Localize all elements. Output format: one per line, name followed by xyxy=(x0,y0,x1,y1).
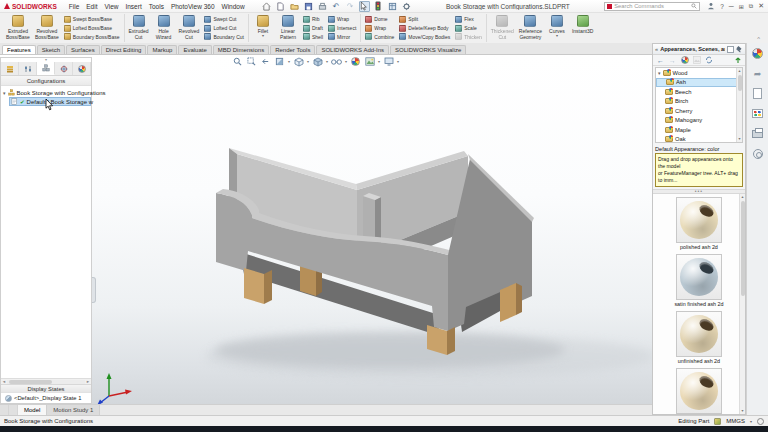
view-settings-icon[interactable] xyxy=(383,56,394,67)
curves-button[interactable]: Curves ▾ xyxy=(545,14,569,42)
search-icon[interactable] xyxy=(691,3,697,9)
tree-item-beech[interactable]: Beech xyxy=(656,87,742,97)
collapse-pane-icon[interactable]: « xyxy=(655,46,658,52)
section-view-icon[interactable] xyxy=(274,56,285,67)
tree-item-ash[interactable]: Ash xyxy=(656,78,742,88)
scrollbar-thumb[interactable] xyxy=(9,380,52,384)
tab-model[interactable]: Model xyxy=(18,405,47,415)
menu-window[interactable]: Window xyxy=(219,2,248,11)
edit-appearance-icon[interactable] xyxy=(350,56,361,67)
scale-button[interactable]: Scale xyxy=(454,24,483,33)
rebuild-traffic-light-icon[interactable] xyxy=(373,1,384,12)
dropdown-caret[interactable]: ▾ xyxy=(397,59,399,64)
move-up-icon[interactable] xyxy=(734,56,742,64)
intersect-button[interactable]: Intersect xyxy=(327,24,357,33)
pin-icon[interactable] xyxy=(736,46,743,53)
home-icon[interactable] xyxy=(261,1,272,12)
select-cursor-icon[interactable] xyxy=(359,1,370,12)
revolved-cut-button[interactable]: Revolved Cut xyxy=(177,14,202,42)
file-explorer-icon[interactable] xyxy=(751,87,764,100)
tab-direct-editing[interactable]: Direct Editing xyxy=(101,45,147,54)
split-button[interactable]: Split xyxy=(398,15,451,24)
extruded-cut-button[interactable]: Extruded Cut xyxy=(127,14,151,42)
tab-solidworks-visualize[interactable]: SOLIDWORKS Visualize xyxy=(390,45,466,54)
reference-geometry-button[interactable]: Reference Geometry xyxy=(517,14,544,42)
tree-item-mahogany[interactable]: Mahogany xyxy=(656,116,742,126)
apply-scene-icon[interactable] xyxy=(364,56,375,67)
tab-motion-study[interactable]: Motion Study 1 xyxy=(47,405,100,415)
display-settings-icon[interactable] xyxy=(387,1,398,12)
tab-scroll-nub[interactable] xyxy=(9,405,18,415)
custom-properties-icon[interactable] xyxy=(751,147,764,160)
extruded-boss-base-button[interactable]: Extruded Boss/Base xyxy=(4,14,32,42)
tab-evaluate[interactable]: Evaluate xyxy=(178,45,211,54)
menu-edit[interactable]: Edit xyxy=(83,2,100,11)
dome-button[interactable]: Dome xyxy=(364,15,395,24)
close-icon[interactable]: ✕ xyxy=(758,2,764,10)
scroll-down-icon[interactable]: ▼ xyxy=(737,136,742,142)
save-icon[interactable] xyxy=(303,1,314,12)
panel-splitter-handle[interactable] xyxy=(92,277,96,303)
print-icon[interactable] xyxy=(317,1,328,12)
expander-icon[interactable]: ▾ xyxy=(3,90,6,96)
dropdown-caret[interactable]: ▾ xyxy=(288,59,290,64)
panel-horizontal-scrollbar[interactable]: ◄ ► xyxy=(1,378,91,384)
display-state-item[interactable]: <Default>_Display State 1 xyxy=(1,393,91,403)
thumbnail-polished-ash-endgrain[interactable]: polished ash endgrain xyxy=(662,368,736,415)
tab-sketch[interactable]: Sketch xyxy=(37,45,65,54)
appearances-home-icon[interactable] xyxy=(680,56,689,65)
appearances-tab-icon[interactable] xyxy=(751,47,764,60)
undo-icon[interactable]: ↶ xyxy=(331,1,342,12)
display-manager-tab[interactable] xyxy=(73,62,91,75)
print3d-icon[interactable] xyxy=(751,127,764,140)
dropdown-caret[interactable]: ▾ xyxy=(378,59,380,64)
tree-scrollbar[interactable]: ▲ ▼ xyxy=(736,68,742,142)
tree-item-cherry[interactable]: Cherry xyxy=(656,106,742,116)
combine-button[interactable]: Combine xyxy=(364,32,395,41)
open-folder-icon[interactable] xyxy=(289,1,300,12)
menu-tools[interactable]: Tools xyxy=(146,2,167,11)
lofted-boss-base-button[interactable]: Lofted Boss/Base xyxy=(63,24,121,33)
instant3d-button[interactable]: Instant3D xyxy=(570,14,595,42)
fillet-button[interactable]: Fillet ▾ xyxy=(251,14,275,42)
thumbnails-scrollbar[interactable]: ▲ ▼ xyxy=(739,194,745,415)
thumbnail-unfinished-ash-2d[interactable]: unfinished ash 2d xyxy=(662,311,736,364)
new-document-icon[interactable] xyxy=(275,1,286,12)
tab-solidworks-addins[interactable]: SOLIDWORKS Add-Ins xyxy=(316,45,389,54)
help-icon[interactable]: ? xyxy=(720,3,724,10)
menu-photoview[interactable]: PhotoView 360 xyxy=(168,2,218,11)
thicken-button[interactable]: Thicken xyxy=(454,32,483,41)
ribbon-collapse-chevron[interactable]: ^ xyxy=(757,36,760,42)
tags-icon[interactable] xyxy=(757,418,764,425)
scrollbar-thumb[interactable] xyxy=(741,201,745,296)
zoom-to-area-icon[interactable] xyxy=(246,56,257,67)
tab-render-tools[interactable]: Render Tools xyxy=(270,45,315,54)
back-icon[interactable]: ← xyxy=(656,56,665,65)
move-copy-bodies-button[interactable]: Move/Copy Bodies xyxy=(398,32,451,41)
scenes-icon[interactable] xyxy=(692,56,701,65)
configuration-root-item[interactable]: ▾ Book Storage with Configurations xyxy=(1,88,91,97)
dimxpert-manager-tab[interactable] xyxy=(55,62,73,75)
share-forward-icon[interactable]: ➦ xyxy=(751,67,764,80)
dropdown-caret[interactable]: ▾ xyxy=(326,59,328,64)
configuration-manager-tab[interactable] xyxy=(37,62,55,75)
delete-keep-body-button[interactable]: Delete/Keep Body xyxy=(398,24,451,33)
expander-icon[interactable]: ▾ xyxy=(658,70,661,76)
user-icon[interactable] xyxy=(707,2,715,10)
property-manager-tab[interactable] xyxy=(19,62,37,75)
view-orientation-icon[interactable] xyxy=(293,56,304,67)
wrap2-button[interactable]: Wrap xyxy=(364,24,395,33)
zoom-to-fit-icon[interactable] xyxy=(232,56,243,67)
tab-scroll-nub[interactable] xyxy=(0,405,9,415)
units-caret-icon[interactable]: ▾ xyxy=(750,419,752,424)
swept-cut-button[interactable]: Swept Cut xyxy=(203,15,245,24)
tab-mbd-dimensions[interactable]: MBD Dimensions xyxy=(213,45,269,54)
minimize-icon[interactable]: ─ xyxy=(729,3,734,10)
tree-item-wood[interactable]: ▾ Wood xyxy=(656,68,742,78)
tab-features[interactable]: Features xyxy=(2,45,36,54)
tree-item-birch[interactable]: Birch xyxy=(656,97,742,107)
menu-insert[interactable]: Insert xyxy=(122,2,144,11)
redo-icon[interactable]: ↷ xyxy=(345,1,356,12)
scroll-up-icon[interactable]: ▲ xyxy=(740,194,745,200)
scroll-up-icon[interactable]: ▲ xyxy=(737,68,742,74)
